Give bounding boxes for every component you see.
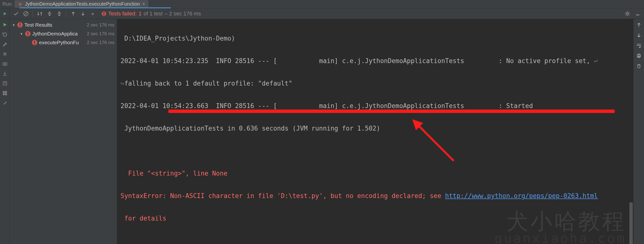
annotation-underline (168, 109, 615, 113)
fail-icon (32, 40, 38, 46)
import-button[interactable] (2, 70, 8, 77)
svg-rect-25 (27, 35, 28, 36)
expand-all-button[interactable] (46, 10, 54, 18)
more-button[interactable]: » (89, 10, 96, 18)
export-button[interactable] (2, 80, 8, 86)
svg-point-14 (4, 63, 6, 65)
scroll-down-icon[interactable] (636, 32, 642, 39)
prev-failed-button[interactable] (69, 10, 77, 18)
pep-link[interactable]: http://www.python.org/peps/pep-0263.html (445, 192, 598, 199)
svg-point-2 (20, 3, 21, 5)
svg-rect-28 (34, 44, 35, 45)
console-output[interactable]: D:\IDEA_Projects\Jython-Demo) 2022-04-01… (117, 19, 633, 244)
stop-button[interactable] (2, 51, 8, 57)
layout-button[interactable] (2, 90, 8, 96)
status-of: of 1 test (144, 11, 162, 17)
svg-line-4 (25, 13, 27, 15)
svg-rect-8 (104, 12, 104, 14)
console-line: JythonDemoApplicationTests in 0.636 seco… (120, 125, 380, 132)
svg-rect-16 (3, 91, 4, 93)
tree-class[interactable]: ▾ JythonDemoApplica 2 sec 176 ms (10, 29, 117, 38)
fail-icon (17, 22, 23, 28)
tree-method[interactable]: executePythonFu 2 sec 176 ms (10, 38, 117, 47)
collapse-all-button[interactable] (55, 10, 63, 18)
svg-rect-32 (638, 54, 640, 55)
svg-rect-17 (5, 91, 6, 93)
run-tabrow: Run: JythonDemoApplicationTests.executeP… (0, 0, 644, 8)
console-right-gutter (633, 19, 644, 244)
tree-method-label: executePythonFu (39, 40, 87, 46)
chevron-down-icon[interactable]: ▾ (12, 23, 16, 27)
show-ignored-toggle[interactable] (22, 10, 30, 18)
print-icon[interactable] (636, 52, 642, 59)
svg-rect-22 (20, 26, 20, 27)
svg-rect-21 (20, 23, 20, 25)
tree-class-label: JythonDemoApplica (32, 31, 87, 37)
status-prefix: Tests failed: (108, 11, 136, 17)
toggle-auto-button[interactable] (2, 31, 8, 38)
chevron-down-icon[interactable]: ▾ (20, 32, 24, 36)
next-failed-button[interactable] (79, 10, 87, 18)
svg-point-10 (626, 13, 628, 15)
fail-icon (102, 11, 106, 16)
annotation-arrow (410, 117, 458, 166)
softwrap-icon: ↩ (594, 57, 598, 65)
tree-root-label: Test Results (24, 22, 87, 28)
test-toolbar: » Tests failed: 1 of 1 test – 2 sec 176 … (0, 8, 644, 19)
console-line: D:\IDEA_Projects\Jython-Demo) (120, 35, 235, 42)
softwrap-icon: ↪ (120, 80, 124, 87)
console-line: File "<string>", line None (120, 170, 227, 177)
status-count: 1 (138, 11, 142, 17)
bug-icon (18, 2, 22, 6)
svg-rect-13 (3, 63, 7, 65)
svg-rect-18 (3, 93, 4, 95)
minimize-icon[interactable] (634, 10, 641, 17)
svg-rect-9 (104, 15, 104, 15)
rerun-button[interactable] (0, 8, 10, 19)
svg-rect-19 (5, 93, 6, 95)
tree-root[interactable]: ▾ Test Results 2 sec 176 ms (10, 21, 117, 29)
test-status: Tests failed: 1 of 1 test – 2 sec 176 ms (99, 8, 201, 19)
run-left-gutter (0, 19, 10, 244)
run-label: Run: (2, 1, 13, 7)
fail-icon (25, 31, 31, 37)
console-line: 2022-04-01 10:54:23.663 INFO 28516 --- [… (120, 102, 537, 109)
tree-class-time: 2 sec 176 ms (87, 31, 117, 36)
clear-icon[interactable] (636, 63, 642, 69)
rerun-failed-button[interactable] (2, 22, 8, 28)
run-tab-title: JythonDemoApplicationTests.executePython… (25, 1, 140, 7)
close-icon[interactable]: × (142, 2, 145, 7)
tree-root-time: 2 sec 176 ms (87, 22, 117, 28)
show-passed-toggle[interactable] (12, 10, 20, 18)
status-time: – 2 sec 176 ms (165, 11, 201, 17)
console-line: 2022-04-01 10:54:23.235 INFO 28516 --- [… (120, 57, 594, 65)
console-line: falling back to 1 default profile: "defa… (124, 80, 292, 87)
run-tab[interactable]: JythonDemoApplicationTests.executePython… (15, 0, 148, 8)
pin-icon[interactable] (2, 100, 8, 106)
wrench-icon[interactable] (2, 41, 8, 47)
tree-method-time: 2 sec 176 ms (87, 40, 117, 45)
sort-button[interactable] (36, 10, 44, 18)
scroll-up-icon[interactable] (636, 22, 642, 28)
softwrap-toggle[interactable] (636, 42, 642, 49)
svg-line-29 (417, 124, 454, 161)
dump-button[interactable] (2, 61, 8, 67)
svg-rect-27 (34, 41, 35, 43)
test-tree[interactable]: ▾ Test Results 2 sec 176 ms ▾ JythonDemo… (10, 19, 117, 244)
vertical-scrollbar[interactable] (629, 202, 633, 244)
svg-rect-12 (4, 53, 6, 56)
console-line: for details (120, 215, 166, 222)
svg-rect-24 (27, 32, 28, 34)
console-line: SyntaxError: Non-ASCII character in file… (120, 192, 445, 199)
gear-icon[interactable] (624, 10, 631, 17)
